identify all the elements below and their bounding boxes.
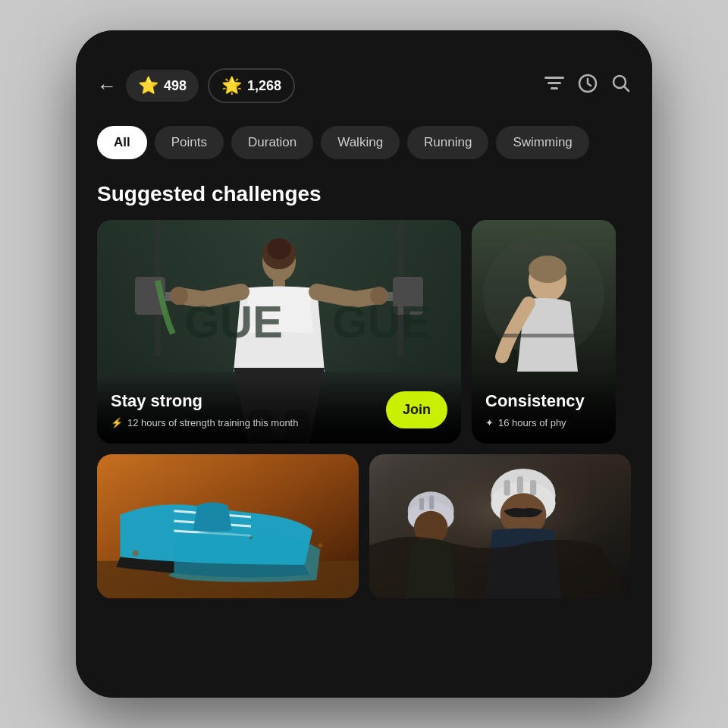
filter-icon[interactable]	[544, 75, 564, 96]
svg-rect-28	[472, 334, 616, 337]
challenge-card-stay-strong[interactable]: GUE GUE Stay strong ⚡ 12 hours of streng…	[97, 220, 461, 444]
stars-filled-count: 498	[164, 78, 187, 94]
header-right	[544, 74, 631, 98]
back-button[interactable]: ←	[97, 74, 117, 98]
svg-rect-0	[544, 77, 564, 79]
bottom-card-cycling[interactable]	[369, 454, 631, 598]
strength-icon: ⚡	[111, 417, 123, 428]
history-icon[interactable]	[578, 74, 598, 98]
bottom-cards-row	[76, 444, 652, 598]
svg-rect-45	[530, 480, 536, 495]
challenge-card-consistency[interactable]: Consistency ✦ 16 hours of phy	[472, 220, 616, 444]
search-icon[interactable]	[611, 74, 631, 98]
svg-rect-44	[517, 476, 523, 493]
phone-frame: ← ⭐ 498 🌟 1,268	[76, 30, 652, 698]
tab-running[interactable]: Running	[407, 126, 488, 159]
challenges-row: GUE GUE Stay strong ⚡ 12 hours of streng…	[76, 220, 652, 444]
svg-rect-2	[551, 87, 558, 89]
tab-duration[interactable]: Duration	[231, 126, 313, 159]
svg-text:GUE: GUE	[184, 297, 283, 347]
tab-walking[interactable]: Walking	[321, 126, 400, 159]
screen: ← ⭐ 498 🌟 1,268	[76, 30, 652, 698]
consistency-overlay: Consistency ✦ 16 hours of phy	[472, 376, 616, 444]
consistency-title: Consistency	[485, 391, 602, 411]
tab-points[interactable]: Points	[155, 126, 224, 159]
tab-all[interactable]: All	[97, 126, 147, 159]
stars-filled-badge[interactable]: ⭐ 498	[126, 70, 199, 102]
tab-swimming[interactable]: Swimming	[496, 126, 588, 159]
star-filled-icon: ⭐	[138, 76, 158, 96]
svg-point-15	[267, 238, 291, 259]
svg-point-36	[318, 543, 322, 548]
svg-point-27	[529, 256, 566, 283]
stars-outline-count: 1,268	[247, 78, 281, 94]
svg-rect-1	[548, 82, 561, 84]
header: ← ⭐ 498 🌟 1,268	[76, 30, 652, 118]
bottom-card-running[interactable]	[97, 454, 359, 598]
header-left: ← ⭐ 498 🌟 1,268	[97, 68, 295, 103]
svg-rect-43	[504, 480, 510, 495]
section-title: Suggested challenges	[76, 174, 652, 220]
activity-icon: ✦	[485, 417, 494, 428]
svg-rect-49	[419, 497, 424, 510]
svg-rect-50	[429, 495, 434, 509]
svg-text:GUE: GUE	[332, 297, 431, 347]
star-outline-icon: 🌟	[221, 76, 242, 96]
consistency-subtitle: ✦ 16 hours of phy	[485, 417, 602, 428]
join-button[interactable]: Join	[386, 391, 447, 428]
svg-point-37	[249, 536, 253, 539]
filter-tabs: All Points Duration Walking Running Swim…	[76, 118, 652, 174]
svg-point-35	[133, 550, 139, 556]
stars-outline-badge[interactable]: 🌟 1,268	[208, 68, 295, 103]
